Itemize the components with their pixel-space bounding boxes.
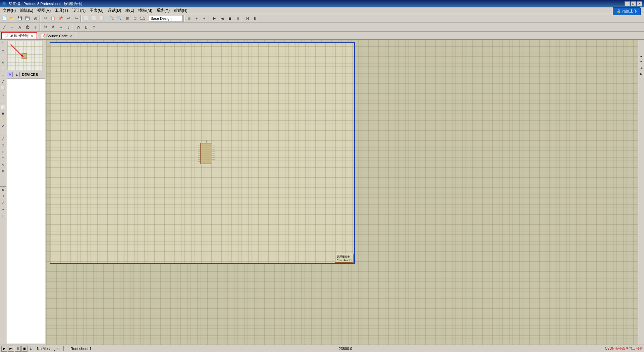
zoom-100[interactable]: 1:1 bbox=[139, 15, 146, 22]
stop-btn[interactable]: ⏹ bbox=[226, 15, 233, 22]
wire-label-tool[interactable]: A bbox=[0, 59, 6, 65]
generator-tool[interactable]: ⚡ bbox=[0, 117, 6, 123]
play-button[interactable]: ▶ bbox=[1, 346, 7, 352]
menu-graph[interactable]: 图表(G) bbox=[88, 7, 105, 14]
box-tool[interactable]: □ bbox=[0, 142, 6, 148]
block-move[interactable]: ⬜ bbox=[83, 15, 90, 22]
pin-tool[interactable]: — bbox=[0, 98, 6, 104]
scroll-up[interactable]: ▲ bbox=[639, 53, 644, 58]
junction-tool[interactable]: + bbox=[0, 53, 6, 59]
voltage-probe[interactable]: V bbox=[0, 123, 6, 129]
symbol-tool[interactable]: ≡ bbox=[0, 168, 6, 174]
design-dropdown[interactable]: Base Design bbox=[149, 15, 182, 22]
ground-btn[interactable]: ⏚ bbox=[32, 24, 39, 31]
save-all-button[interactable]: 💾 bbox=[24, 15, 31, 22]
label-btn[interactable]: A bbox=[16, 24, 23, 31]
text-label-tool[interactable]: A bbox=[0, 162, 6, 168]
add-wire-label[interactable]: W bbox=[75, 24, 82, 31]
power-btn[interactable]: ⏻ bbox=[24, 24, 31, 31]
rotate-right[interactable]: ↻ bbox=[0, 187, 6, 193]
zoom-out[interactable]: 🔍 bbox=[116, 15, 123, 22]
rotate-cw[interactable]: ↻ bbox=[42, 24, 49, 31]
pause-button[interactable]: ⏸ bbox=[15, 346, 21, 352]
step-back-button[interactable]: ⏮ bbox=[8, 346, 14, 352]
menu-template[interactable]: 模板(M) bbox=[136, 7, 154, 14]
upload-button[interactable]: 🔒 拖拽上传 bbox=[613, 7, 641, 15]
component-tool[interactable]: ⊡ bbox=[0, 47, 6, 53]
current-probe[interactable]: I bbox=[0, 130, 6, 136]
menu-library[interactable]: 库(L) bbox=[123, 7, 136, 14]
new-button[interactable]: 📄 bbox=[1, 15, 8, 22]
scroll-left[interactable]: ◀ bbox=[639, 65, 644, 71]
scroll-down[interactable]: ▼ bbox=[639, 59, 644, 64]
redo-button[interactable]: ↪ bbox=[72, 15, 80, 22]
line-tool[interactable]: ╱ bbox=[0, 136, 6, 142]
flip-h[interactable]: ↔ bbox=[57, 24, 64, 31]
menu-system[interactable]: 系统(Y) bbox=[154, 7, 172, 14]
panel-tab-p[interactable]: P bbox=[7, 72, 13, 77]
panel-tab-l[interactable]: L bbox=[14, 72, 20, 77]
rotate-ccw[interactable]: ↺ bbox=[49, 24, 57, 31]
step-btn[interactable]: ⏭ bbox=[218, 15, 226, 22]
close-button[interactable]: ✕ bbox=[637, 1, 642, 6]
zoom-in[interactable]: 🔍 bbox=[108, 15, 115, 22]
zoom-area[interactable]: ⊡ bbox=[131, 15, 139, 22]
canvas-area[interactable]: 原理图绘制 Root sheet 1 + - ▲ ▼ ◀ ▶ bbox=[46, 40, 644, 345]
menu-edit[interactable]: 编辑(E) bbox=[18, 7, 35, 14]
bus-entry-tool[interactable]: ╱ bbox=[0, 79, 6, 85]
add-bus-label[interactable]: B bbox=[83, 24, 90, 31]
tape-recorder[interactable]: ⏺ bbox=[0, 111, 6, 117]
flip-v[interactable]: ↕ bbox=[65, 24, 72, 31]
terminal-tool[interactable]: ◁ bbox=[0, 91, 6, 97]
menu-tools[interactable]: 工具(T) bbox=[53, 7, 70, 14]
bus-wire-tool[interactable]: ═ bbox=[0, 72, 6, 78]
ic-component[interactable] bbox=[198, 140, 211, 164]
maximize-button[interactable]: □ bbox=[631, 1, 636, 6]
tab-source-code-close[interactable]: ✕ bbox=[69, 34, 73, 38]
tab-schematic[interactable]: 📄 原理图绘制 ✕ bbox=[1, 32, 37, 39]
grid-btn[interactable]: ⊞ bbox=[185, 15, 193, 22]
undo-button[interactable]: ↩ bbox=[65, 15, 72, 22]
tab-source-code[interactable]: 📝 Source Code ✕ bbox=[38, 32, 76, 39]
bom-btn[interactable]: B bbox=[252, 15, 259, 22]
copy-button[interactable]: 📋 bbox=[49, 15, 57, 22]
select-tool[interactable]: ↖ bbox=[0, 40, 6, 46]
arc-tool[interactable]: ◠ bbox=[0, 155, 6, 161]
zoom-out-right[interactable]: - bbox=[639, 47, 644, 52]
sub-circuit-tool[interactable]: ⬜ bbox=[0, 85, 6, 91]
circle-tool[interactable]: ○ bbox=[0, 149, 6, 155]
netlist-btn[interactable]: N bbox=[244, 15, 251, 22]
block-copy[interactable]: ⬜ bbox=[90, 15, 98, 22]
paste-button[interactable]: 📌 bbox=[57, 15, 64, 22]
run-btn[interactable]: ▶ bbox=[211, 15, 218, 22]
save-button[interactable]: 💾 bbox=[16, 15, 23, 22]
cut-button[interactable]: ✂ bbox=[42, 15, 49, 22]
open-button[interactable]: 📂 bbox=[8, 15, 16, 22]
zoom-in-right[interactable]: + bbox=[639, 41, 644, 46]
menu-debug[interactable]: 调试(D) bbox=[106, 7, 123, 14]
block-paste[interactable]: ⬜ bbox=[98, 15, 105, 22]
annotate-btn[interactable]: ? bbox=[90, 24, 98, 31]
text-tool[interactable]: T bbox=[0, 66, 6, 72]
minimize-button[interactable]: ─ bbox=[625, 1, 630, 6]
rotate-left[interactable]: ↺ bbox=[0, 193, 6, 200]
zoom-fit[interactable]: ⊞ bbox=[123, 15, 131, 22]
wire-btn[interactable]: ╱ bbox=[1, 24, 8, 31]
snap-btn[interactable]: + bbox=[193, 15, 200, 22]
snap2-btn[interactable]: + bbox=[201, 15, 208, 22]
graph-tool[interactable]: 📊 bbox=[0, 104, 6, 110]
menu-help[interactable]: 帮助(H) bbox=[172, 7, 190, 14]
menu-view[interactable]: 视图(V) bbox=[35, 7, 53, 14]
device-list[interactable] bbox=[7, 79, 45, 344]
pause-btn[interactable]: ⏸ bbox=[234, 15, 241, 22]
menu-design[interactable]: 设计(N) bbox=[70, 7, 88, 14]
bus-btn[interactable]: ═ bbox=[8, 24, 16, 31]
tab-schematic-close[interactable]: ✕ bbox=[30, 34, 34, 38]
stop-button[interactable]: ⏹ bbox=[21, 346, 28, 352]
marker-tool[interactable]: + bbox=[0, 174, 6, 180]
print-button[interactable]: 🖨 bbox=[32, 15, 39, 22]
menu-file[interactable]: 文件(F) bbox=[1, 7, 18, 14]
scroll-right[interactable]: ▶ bbox=[639, 71, 644, 77]
flip-horizontal[interactable]: ↔ bbox=[0, 206, 6, 212]
flip-vertical[interactable]: ↕ bbox=[0, 213, 6, 219]
